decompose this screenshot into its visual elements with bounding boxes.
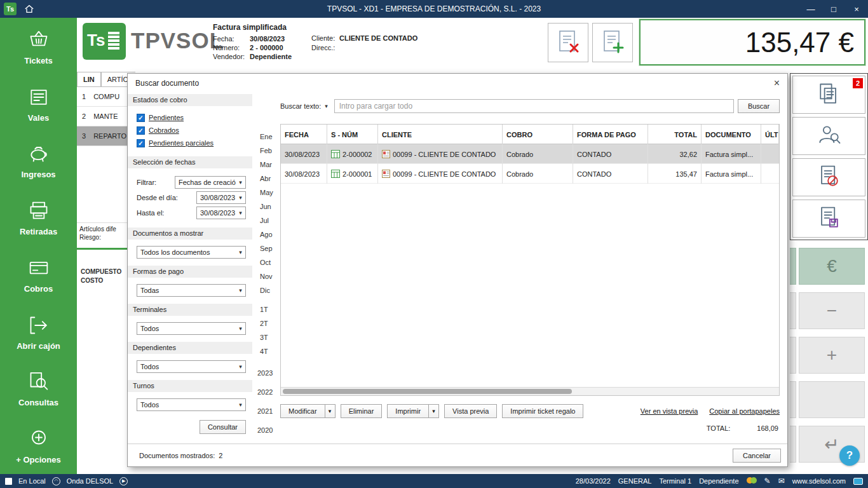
sidebar-item-cobros[interactable]: Cobros	[0, 246, 77, 303]
ver-en-vista-previa-link[interactable]: Ver en vista previa	[641, 407, 698, 415]
column-header-cobro[interactable]: COBRO	[503, 125, 573, 144]
delsol-apps-icon[interactable]	[747, 477, 757, 485]
cancelar-button[interactable]: Cancelar	[733, 449, 781, 463]
month-item[interactable]: Sep	[252, 241, 280, 255]
month-item[interactable]: Nov	[252, 269, 280, 283]
mail-icon[interactable]: ✉	[778, 477, 785, 485]
month-item[interactable]: Dic	[252, 283, 280, 297]
maximize-button[interactable]: □	[822, 0, 845, 18]
formas-pago-select[interactable]: Todas▾	[137, 284, 246, 297]
quarter-item[interactable]: 3T	[252, 330, 280, 344]
modificar-button[interactable]: Modificar	[280, 404, 325, 418]
column-header-ultimo[interactable]: ÚLTI	[761, 125, 779, 144]
desde-date-select[interactable]: 30/08/2023▾	[196, 191, 246, 204]
year-item[interactable]: 2022	[252, 383, 280, 402]
keypad-partial-button[interactable]	[790, 381, 796, 418]
search-field-chevron-icon[interactable]: ▾	[325, 103, 328, 109]
search-input[interactable]	[334, 99, 734, 113]
buscar-button[interactable]: Buscar	[738, 99, 780, 113]
minimize-button[interactable]: —	[799, 0, 822, 18]
year-item[interactable]: 2021	[252, 402, 280, 421]
terminales-value: Todos	[137, 325, 236, 332]
column-header-snum[interactable]: S - NÚM	[327, 125, 378, 144]
dependientes-select[interactable]: Todos▾	[137, 360, 246, 373]
keypad-partial-button[interactable]	[790, 248, 796, 285]
table-row[interactable]: 30/08/2023 2-000001 00099 - CLIENTE DE C…	[281, 164, 779, 184]
pending-documents-button[interactable]: 2	[792, 76, 865, 114]
delete-document-button[interactable]	[548, 23, 588, 62]
checkbox-label: Pendientes	[149, 114, 184, 121]
chevron-down-icon: ▾	[236, 210, 245, 216]
keypad-euro-button[interactable]: €	[799, 248, 865, 285]
quarter-item[interactable]: 4T	[252, 344, 280, 358]
edit-icon[interactable]: ✎	[764, 477, 771, 485]
remote-desktop-icon[interactable]	[853, 478, 863, 485]
save-document-button[interactable]	[792, 200, 865, 238]
sidebar-item-consultas[interactable]: Consultas	[0, 360, 77, 417]
terminales-select[interactable]: Todos▾	[137, 322, 246, 335]
month-item[interactable]: Jun	[252, 200, 280, 214]
keypad-partial-button[interactable]	[790, 337, 796, 374]
month-item[interactable]: Jul	[252, 214, 280, 227]
keypad-blank-button[interactable]	[799, 381, 865, 418]
sidebar-item-vales[interactable]: Vales	[0, 75, 77, 132]
website-link[interactable]: www.sdelsol.com	[792, 477, 846, 485]
column-header-cliente[interactable]: CLIENTE	[378, 125, 503, 144]
keypad-partial-button[interactable]	[790, 426, 796, 463]
sidebar-item-retiradas[interactable]: Retiradas	[0, 189, 77, 246]
tab-lin[interactable]: LIN	[77, 72, 101, 86]
section-dependientes: Dependientes	[128, 342, 252, 354]
checkbox-pendientes[interactable]: ✓Pendientes	[128, 111, 252, 124]
column-header-forma-pago[interactable]: FORMA DE PAGO	[573, 125, 648, 144]
month-item[interactable]: Feb	[252, 144, 280, 158]
month-item[interactable]: Ene	[252, 130, 280, 144]
imprimir-dropdown-icon[interactable]: ▾	[428, 404, 439, 418]
month-item[interactable]: May	[252, 186, 280, 200]
documentos-select[interactable]: Todos los documentos▾	[137, 246, 246, 259]
sidebar-item-abrir-cajon[interactable]: Abrir cajón	[0, 303, 77, 360]
year-item[interactable]: 2020	[252, 421, 280, 440]
filtrar-value: Fechas de creación	[175, 179, 236, 186]
keypad-plus-button[interactable]: +	[799, 337, 865, 374]
dialog-close-icon[interactable]: ×	[774, 78, 780, 88]
column-header-documento[interactable]: DOCUMENTO	[702, 125, 761, 144]
year-item[interactable]: 2023	[252, 363, 280, 383]
imprimir-ticket-regalo-button[interactable]: Imprimir ticket regalo	[502, 404, 583, 418]
month-item[interactable]: Ago	[252, 227, 280, 241]
modificar-dropdown-icon[interactable]: ▾	[325, 404, 336, 418]
play-icon[interactable]: ▶	[119, 477, 128, 485]
scrollbar-thumb[interactable]	[283, 389, 572, 394]
new-document-button[interactable]	[592, 23, 633, 62]
hasta-date-select[interactable]: 30/08/2023▾	[196, 207, 246, 219]
eliminar-button[interactable]: Eliminar	[341, 404, 383, 418]
column-header-fecha[interactable]: FECHA	[281, 125, 327, 144]
filtrar-select[interactable]: Fechas de creación▾	[175, 176, 246, 189]
search-client-button[interactable]	[792, 117, 865, 155]
close-window-button[interactable]: ×	[845, 0, 868, 18]
month-item[interactable]: Oct	[252, 255, 280, 269]
checkbox-cobrados[interactable]: ✓Cobrados	[128, 124, 252, 137]
consultar-button[interactable]: Consultar	[200, 420, 246, 434]
keypad-minus-button[interactable]: −	[799, 292, 865, 329]
imprimir-button[interactable]: Imprimir	[387, 404, 429, 418]
checkbox-pendientes-parciales[interactable]: ✓Pendientes parciales	[128, 137, 252, 149]
column-header-total[interactable]: TOTAL	[648, 125, 702, 144]
home-icon[interactable]	[24, 4, 34, 14]
month-item[interactable]: Mar	[252, 158, 280, 172]
cell-documento: Factura simpl...	[702, 164, 761, 184]
help-button[interactable]: ?	[839, 445, 860, 466]
quarter-item[interactable]: 2T	[252, 316, 280, 330]
sidebar-item-tickets[interactable]: Tickets	[0, 18, 77, 75]
copiar-al-portapapeles-link[interactable]: Copiar al portapapeles	[709, 407, 780, 415]
vista-previa-button[interactable]: Vista previa	[444, 404, 497, 418]
void-document-button[interactable]	[792, 158, 865, 196]
table-row[interactable]: 30/08/2023 2-000002 00099 - CLIENTE DE C…	[281, 144, 779, 164]
quarter-item[interactable]: 1T	[252, 302, 280, 316]
sidebar-item-opciones[interactable]: + Opciones	[0, 417, 77, 474]
turnos-select[interactable]: Todos▾	[137, 398, 246, 411]
keypad-partial-button[interactable]	[790, 292, 796, 329]
month-item[interactable]: Abr	[252, 172, 280, 186]
sidebar-item-ingresos[interactable]: Ingresos	[0, 132, 77, 189]
document-series-icon	[331, 170, 340, 178]
horizontal-scrollbar[interactable]	[281, 387, 779, 395]
